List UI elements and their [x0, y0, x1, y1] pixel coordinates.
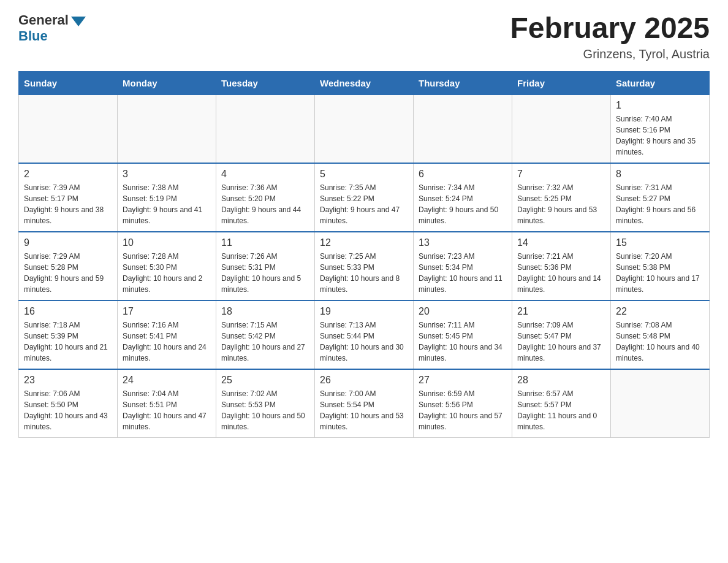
calendar-cell — [19, 94, 118, 163]
day-number: 27 — [419, 375, 507, 386]
calendar-cell: 14Sunrise: 7:21 AMSunset: 5:36 PMDayligh… — [512, 232, 611, 301]
day-info: Sunrise: 7:18 AMSunset: 5:39 PMDaylight:… — [24, 320, 112, 364]
calendar-cell: 24Sunrise: 7:04 AMSunset: 5:51 PMDayligh… — [118, 369, 216, 438]
day-number: 21 — [517, 306, 605, 317]
day-number: 26 — [320, 375, 408, 386]
day-number: 16 — [24, 306, 112, 317]
calendar-cell: 2Sunrise: 7:39 AMSunset: 5:17 PMDaylight… — [19, 163, 118, 232]
calendar-cell: 7Sunrise: 7:32 AMSunset: 5:25 PMDaylight… — [512, 163, 611, 232]
calendar-cell: 19Sunrise: 7:13 AMSunset: 5:44 PMDayligh… — [315, 301, 414, 369]
day-info: Sunrise: 7:35 AMSunset: 5:22 PMDaylight:… — [320, 182, 408, 226]
day-number: 1 — [616, 100, 704, 111]
day-info: Sunrise: 7:21 AMSunset: 5:36 PMDaylight:… — [517, 251, 605, 295]
day-number: 22 — [616, 306, 704, 317]
day-info: Sunrise: 7:34 AMSunset: 5:24 PMDaylight:… — [419, 182, 507, 226]
calendar-week-row: 16Sunrise: 7:18 AMSunset: 5:39 PMDayligh… — [19, 301, 710, 369]
logo-blue-text: Blue — [18, 28, 48, 44]
day-info: Sunrise: 7:31 AMSunset: 5:27 PMDaylight:… — [616, 182, 704, 226]
day-number: 2 — [24, 169, 112, 180]
calendar-header-friday: Friday — [512, 71, 611, 94]
day-number: 12 — [320, 237, 408, 248]
calendar-cell: 9Sunrise: 7:29 AMSunset: 5:28 PMDaylight… — [19, 232, 118, 301]
day-info: Sunrise: 7:00 AMSunset: 5:54 PMDaylight:… — [320, 388, 408, 432]
day-number: 6 — [419, 169, 507, 180]
calendar-cell: 5Sunrise: 7:35 AMSunset: 5:22 PMDaylight… — [315, 163, 414, 232]
day-info: Sunrise: 7:39 AMSunset: 5:17 PMDaylight:… — [24, 182, 112, 226]
calendar-cell: 25Sunrise: 7:02 AMSunset: 5:53 PMDayligh… — [216, 369, 315, 438]
calendar-cell — [315, 94, 414, 163]
title-section: February 2025 Grinzens, Tyrol, Austria — [510, 12, 710, 61]
calendar-cell: 6Sunrise: 7:34 AMSunset: 5:24 PMDaylight… — [414, 163, 512, 232]
day-number: 19 — [320, 306, 408, 317]
calendar-header-saturday: Saturday — [611, 71, 710, 94]
calendar-cell: 12Sunrise: 7:25 AMSunset: 5:33 PMDayligh… — [315, 232, 414, 301]
calendar-cell — [216, 94, 315, 163]
calendar-cell: 3Sunrise: 7:38 AMSunset: 5:19 PMDaylight… — [118, 163, 216, 232]
day-info: Sunrise: 7:15 AMSunset: 5:42 PMDaylight:… — [221, 320, 309, 364]
month-title: February 2025 — [510, 12, 710, 45]
calendar-cell: 17Sunrise: 7:16 AMSunset: 5:41 PMDayligh… — [118, 301, 216, 369]
calendar-cell — [414, 94, 512, 163]
calendar-header-tuesday: Tuesday — [216, 71, 315, 94]
day-number: 15 — [616, 237, 704, 248]
day-number: 17 — [123, 306, 211, 317]
calendar-week-row: 2Sunrise: 7:39 AMSunset: 5:17 PMDaylight… — [19, 163, 710, 232]
calendar-header-row: SundayMondayTuesdayWednesdayThursdayFrid… — [19, 71, 710, 94]
day-info: Sunrise: 7:28 AMSunset: 5:30 PMDaylight:… — [123, 251, 211, 295]
day-info: Sunrise: 7:08 AMSunset: 5:48 PMDaylight:… — [616, 320, 704, 364]
calendar-cell: 22Sunrise: 7:08 AMSunset: 5:48 PMDayligh… — [611, 301, 710, 369]
day-info: Sunrise: 7:16 AMSunset: 5:41 PMDaylight:… — [123, 320, 211, 364]
day-number: 10 — [123, 237, 211, 248]
logo: General Blue — [18, 12, 86, 44]
day-info: Sunrise: 7:26 AMSunset: 5:31 PMDaylight:… — [221, 251, 309, 295]
day-info: Sunrise: 7:29 AMSunset: 5:28 PMDaylight:… — [24, 251, 112, 295]
day-info: Sunrise: 7:20 AMSunset: 5:38 PMDaylight:… — [616, 251, 704, 295]
day-number: 4 — [221, 169, 309, 180]
calendar-header-monday: Monday — [118, 71, 216, 94]
day-number: 13 — [419, 237, 507, 248]
calendar-cell: 27Sunrise: 6:59 AMSunset: 5:56 PMDayligh… — [414, 369, 512, 438]
calendar-cell: 11Sunrise: 7:26 AMSunset: 5:31 PMDayligh… — [216, 232, 315, 301]
day-number: 14 — [517, 237, 605, 248]
day-info: Sunrise: 7:32 AMSunset: 5:25 PMDaylight:… — [517, 182, 605, 226]
day-number: 8 — [616, 169, 704, 180]
calendar-header-thursday: Thursday — [414, 71, 512, 94]
calendar-cell: 18Sunrise: 7:15 AMSunset: 5:42 PMDayligh… — [216, 301, 315, 369]
day-number: 3 — [123, 169, 211, 180]
day-number: 20 — [419, 306, 507, 317]
day-info: Sunrise: 7:40 AMSunset: 5:16 PMDaylight:… — [616, 113, 704, 158]
day-info: Sunrise: 7:11 AMSunset: 5:45 PMDaylight:… — [419, 320, 507, 364]
calendar-cell: 16Sunrise: 7:18 AMSunset: 5:39 PMDayligh… — [19, 301, 118, 369]
calendar-cell: 10Sunrise: 7:28 AMSunset: 5:30 PMDayligh… — [118, 232, 216, 301]
day-number: 23 — [24, 375, 112, 386]
day-number: 24 — [123, 375, 211, 386]
day-number: 9 — [24, 237, 112, 248]
logo-arrow-icon — [71, 17, 86, 26]
day-number: 5 — [320, 169, 408, 180]
page-header: General Blue February 2025 Grinzens, Tyr… — [18, 12, 710, 61]
calendar-week-row: 1Sunrise: 7:40 AMSunset: 5:16 PMDaylight… — [19, 94, 710, 163]
day-info: Sunrise: 7:38 AMSunset: 5:19 PMDaylight:… — [123, 182, 211, 226]
calendar-header-wednesday: Wednesday — [315, 71, 414, 94]
day-info: Sunrise: 7:02 AMSunset: 5:53 PMDaylight:… — [221, 388, 309, 432]
location-text: Grinzens, Tyrol, Austria — [510, 47, 710, 61]
day-number: 25 — [221, 375, 309, 386]
calendar-cell: 4Sunrise: 7:36 AMSunset: 5:20 PMDaylight… — [216, 163, 315, 232]
day-info: Sunrise: 7:36 AMSunset: 5:20 PMDaylight:… — [221, 182, 309, 226]
calendar-cell: 15Sunrise: 7:20 AMSunset: 5:38 PMDayligh… — [611, 232, 710, 301]
calendar-cell — [118, 94, 216, 163]
calendar-cell: 1Sunrise: 7:40 AMSunset: 5:16 PMDaylight… — [611, 94, 710, 163]
day-number: 11 — [221, 237, 309, 248]
day-info: Sunrise: 7:13 AMSunset: 5:44 PMDaylight:… — [320, 320, 408, 364]
calendar-cell — [611, 369, 710, 438]
calendar-header-sunday: Sunday — [19, 71, 118, 94]
calendar-cell: 13Sunrise: 7:23 AMSunset: 5:34 PMDayligh… — [414, 232, 512, 301]
calendar-table: SundayMondayTuesdayWednesdayThursdayFrid… — [18, 71, 710, 438]
calendar-cell: 21Sunrise: 7:09 AMSunset: 5:47 PMDayligh… — [512, 301, 611, 369]
calendar-cell: 26Sunrise: 7:00 AMSunset: 5:54 PMDayligh… — [315, 369, 414, 438]
day-number: 7 — [517, 169, 605, 180]
calendar-cell: 8Sunrise: 7:31 AMSunset: 5:27 PMDaylight… — [611, 163, 710, 232]
day-number: 18 — [221, 306, 309, 317]
calendar-week-row: 9Sunrise: 7:29 AMSunset: 5:28 PMDaylight… — [19, 232, 710, 301]
day-info: Sunrise: 7:04 AMSunset: 5:51 PMDaylight:… — [123, 388, 211, 432]
